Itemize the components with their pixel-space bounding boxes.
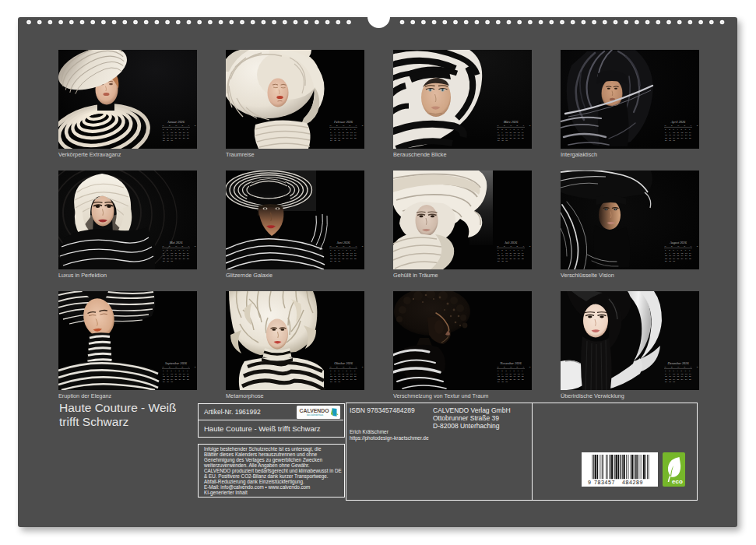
svg-text:M D M D F S S: M D M D F S S [163, 366, 198, 368]
svg-text:März 2026: März 2026 [503, 120, 519, 124]
svg-text:Juni 2026: Juni 2026 [336, 241, 350, 244]
svg-text:Januar 2026: Januar 2026 [167, 120, 185, 124]
svg-text:9: 9 [588, 480, 591, 485]
svg-text:M D M D F S S: M D M D F S S [330, 245, 365, 248]
svg-text:CALVENDO: CALVENDO [300, 408, 330, 413]
svg-text:M D M D F S S: M D M D F S S [665, 366, 700, 368]
svg-text:November 2026: November 2026 [499, 361, 522, 365]
svg-text:September 2026: September 2026 [165, 361, 188, 365]
svg-text:M D M D F S S: M D M D F S S [330, 125, 365, 127]
svg-text:Februar 2026: Februar 2026 [333, 120, 353, 124]
svg-text:M D M D F S S: M D M D F S S [665, 245, 700, 248]
svg-text:April 2026: April 2026 [670, 120, 686, 124]
svg-text:M D M D F S S: M D M D F S S [498, 366, 533, 368]
svg-text:M D M D F S S: M D M D F S S [163, 245, 198, 248]
svg-text:M D M D F S S: M D M D F S S [163, 125, 198, 127]
svg-text:Dezember 2026: Dezember 2026 [666, 361, 689, 365]
svg-text:783457: 783457 [594, 480, 615, 485]
svg-text:August 2026: August 2026 [669, 241, 687, 244]
svg-text:484289: 484289 [622, 480, 643, 485]
svg-text:Juli 2026: Juli 2026 [505, 241, 518, 244]
svg-text:M D M D F S S: M D M D F S S [665, 125, 700, 127]
svg-text:das kalenderhaus: das kalenderhaus [307, 413, 324, 417]
svg-text:M D M D F S S: M D M D F S S [498, 245, 533, 248]
svg-text:eco: eco [672, 478, 683, 485]
svg-text:Mai 2026: Mai 2026 [169, 241, 183, 244]
svg-text:Oktober 2026: Oktober 2026 [334, 361, 353, 365]
svg-text:M D M D F S S: M D M D F S S [330, 366, 365, 368]
svg-text:M D M D F S S: M D M D F S S [498, 125, 533, 127]
